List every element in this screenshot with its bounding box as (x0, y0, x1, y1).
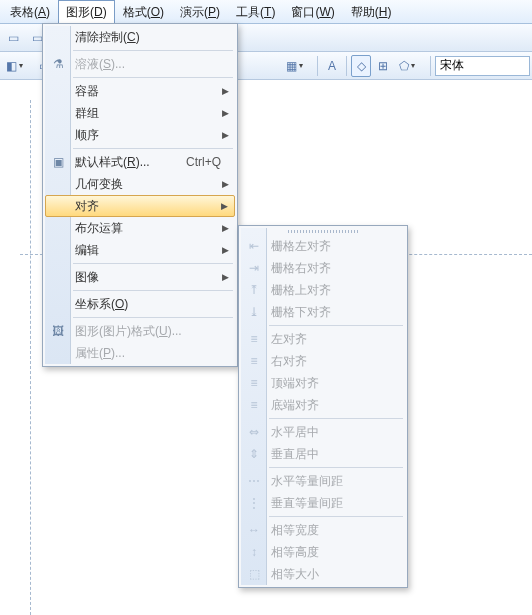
align-icon: ⬚ (246, 567, 262, 581)
menu-演示[interactable]: 演示(P) (172, 0, 228, 23)
graphics-menu-dropdown: 清除控制(C)⚗溶液(S)...容器▶群组▶顺序▶▣默认样式(R)...Ctrl… (42, 23, 238, 367)
font-selector[interactable]: 宋体 (435, 56, 530, 76)
align-submenu: ⇤栅格左对齐⇥栅格右对齐⤒栅格上对齐⤓栅格下对齐≡左对齐≡右对齐≡顶端对齐≡底端… (238, 225, 408, 588)
submenu-item-label: 垂直居中 (271, 446, 319, 463)
menuitem-label: 溶液(S)... (75, 56, 125, 73)
align-icon: ⇕ (246, 447, 262, 461)
menuitem-默认样式[interactable]: ▣默认样式(R)...Ctrl+Q (45, 151, 235, 173)
font-name-label: 宋体 (440, 57, 464, 74)
tool-text-icon[interactable]: A (322, 55, 342, 77)
submenu-arrow-icon: ▶ (222, 108, 229, 118)
menuitem-label: 属性(P)... (75, 345, 125, 362)
align-icon: ⋯ (246, 474, 262, 488)
submenu-arrow-icon: ▶ (222, 130, 229, 140)
submenu-item-label: 水平居中 (271, 424, 319, 441)
align-icon: ⋮ (246, 496, 262, 510)
align-左对齐: ≡左对齐 (241, 328, 405, 350)
align-栅格右对齐: ⇥栅格右对齐 (241, 257, 405, 279)
menu-表格[interactable]: 表格(A) (2, 0, 58, 23)
menuitem-布尔运算[interactable]: 布尔运算▶ (45, 217, 235, 239)
align-水平等量间距: ⋯水平等量间距 (241, 470, 405, 492)
align-右对齐: ≡右对齐 (241, 350, 405, 372)
tool-shapes-icon[interactable]: ⬠▾ (395, 55, 426, 77)
tool-new-icon[interactable]: ▭ (2, 27, 24, 49)
menuitem-几何变换[interactable]: 几何变换▶ (45, 173, 235, 195)
menuitem-坐标系[interactable]: 坐标系(O) (45, 293, 235, 315)
menuitem-图形(图片)格式: 🖼图形(图片)格式(U)... (45, 320, 235, 342)
submenu-item-label: 相等宽度 (271, 522, 319, 539)
submenu-item-label: 栅格左对齐 (271, 238, 331, 255)
align-栅格左对齐: ⇤栅格左对齐 (241, 235, 405, 257)
menuitem-容器[interactable]: 容器▶ (45, 80, 235, 102)
align-水平居中: ⇔水平居中 (241, 421, 405, 443)
easel-icon: ▣ (50, 155, 66, 169)
submenu-item-label: 底端对齐 (271, 397, 319, 414)
align-icon: ↔ (246, 523, 262, 537)
menuitem-对齐[interactable]: 对齐▶ (45, 195, 235, 217)
submenu-item-label: 相等大小 (271, 566, 319, 583)
submenu-arrow-icon: ▶ (221, 201, 228, 211)
align-icon: ⇔ (246, 425, 262, 439)
align-相等大小: ⬚相等大小 (241, 563, 405, 585)
align-icon: ⇥ (246, 261, 262, 275)
tool-object-icon[interactable]: ◇ (351, 55, 371, 77)
menu-图形[interactable]: 图形(D) (58, 0, 115, 23)
tool-bucket-icon[interactable]: ▦▾ (282, 55, 313, 77)
align-icon: ⤓ (246, 305, 262, 319)
submenu-item-label: 栅格上对齐 (271, 282, 331, 299)
align-栅格下对齐: ⤓栅格下对齐 (241, 301, 405, 323)
flask-icon: ⚗ (50, 57, 66, 71)
menu-格式[interactable]: 格式(O) (115, 0, 172, 23)
submenu-arrow-icon: ▶ (222, 86, 229, 96)
align-顶端对齐: ≡顶端对齐 (241, 372, 405, 394)
menu-帮助[interactable]: 帮助(H) (343, 0, 400, 23)
tool-fillcolor-icon[interactable]: ◧▾ (2, 55, 33, 77)
menuitem-label: 容器 (75, 83, 99, 100)
submenu-item-label: 顶端对齐 (271, 375, 319, 392)
tool-chart-icon[interactable]: ⊞ (373, 55, 393, 77)
submenu-item-label: 左对齐 (271, 331, 307, 348)
submenu-arrow-icon: ▶ (222, 179, 229, 189)
menuitem-群组[interactable]: 群组▶ (45, 102, 235, 124)
menuitem-label: 顺序 (75, 127, 99, 144)
menuitem-图像[interactable]: 图像▶ (45, 266, 235, 288)
menuitem-清除控制[interactable]: 清除控制(C) (45, 26, 235, 48)
submenu-item-label: 垂直等量间距 (271, 495, 343, 512)
submenu-item-label: 右对齐 (271, 353, 307, 370)
align-icon: ↕ (246, 545, 262, 559)
menuitem-label: 对齐 (75, 198, 99, 215)
submenu-arrow-icon: ▶ (222, 272, 229, 282)
align-垂直等量间距: ⋮垂直等量间距 (241, 492, 405, 514)
menuitem-label: 图像 (75, 269, 99, 286)
dropdown-items: 清除控制(C)⚗溶液(S)...容器▶群组▶顺序▶▣默认样式(R)...Ctrl… (45, 26, 235, 364)
align-icon: ≡ (246, 376, 262, 390)
menuitem-label: 几何变换 (75, 176, 123, 193)
menuitem-顺序[interactable]: 顺序▶ (45, 124, 235, 146)
align-icon: ≡ (246, 354, 262, 368)
shortcut-label: Ctrl+Q (186, 155, 221, 169)
menuitem-编辑[interactable]: 编辑▶ (45, 239, 235, 261)
menu-工具[interactable]: 工具(T) (228, 0, 283, 23)
submenu-arrow-icon: ▶ (222, 245, 229, 255)
submenu-item-label: 相等高度 (271, 544, 319, 561)
picture-icon: 🖼 (50, 324, 66, 338)
align-icon: ⇤ (246, 239, 262, 253)
align-icon: ⤒ (246, 283, 262, 297)
submenu-items: ⇤栅格左对齐⇥栅格右对齐⤒栅格上对齐⤓栅格下对齐≡左对齐≡右对齐≡顶端对齐≡底端… (241, 235, 405, 585)
menuitem-label: 清除控制(C) (75, 29, 140, 46)
submenu-item-label: 栅格下对齐 (271, 304, 331, 321)
menubar: 表格(A)图形(D)格式(O)演示(P)工具(T)窗口(W)帮助(H) (0, 0, 532, 24)
submenu-arrow-icon: ▶ (222, 223, 229, 233)
menuitem-溶液: ⚗溶液(S)... (45, 53, 235, 75)
menuitem-label: 布尔运算 (75, 220, 123, 237)
submenu-item-label: 栅格右对齐 (271, 260, 331, 277)
align-相等宽度: ↔相等宽度 (241, 519, 405, 541)
menuitem-label: 默认样式(R)... (75, 154, 150, 171)
menuitem-label: 图形(图片)格式(U)... (75, 323, 182, 340)
menuitem-label: 编辑 (75, 242, 99, 259)
guide-line-v (30, 100, 31, 615)
menu-窗口[interactable]: 窗口(W) (283, 0, 342, 23)
submenu-item-label: 水平等量间距 (271, 473, 343, 490)
align-icon: ≡ (246, 332, 262, 346)
align-栅格上对齐: ⤒栅格上对齐 (241, 279, 405, 301)
